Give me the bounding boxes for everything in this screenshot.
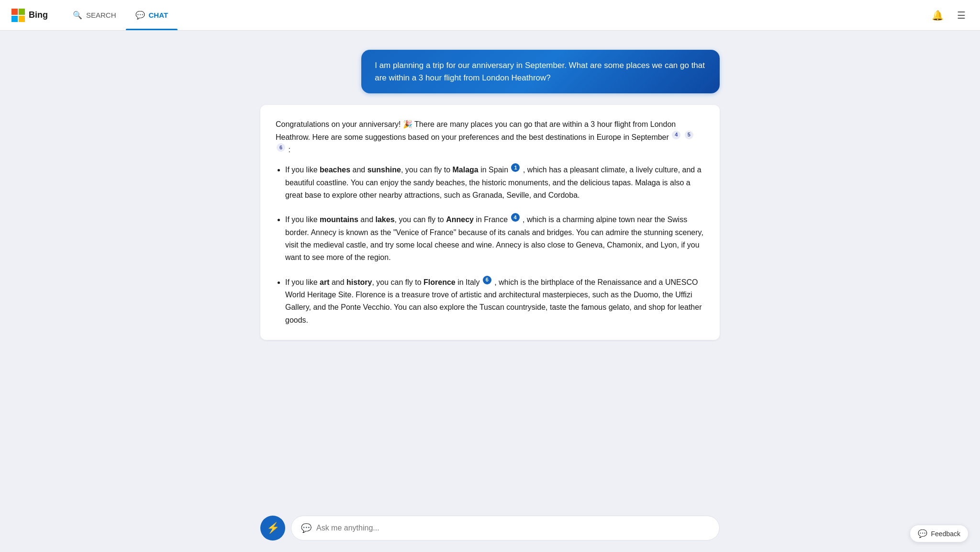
tab-search[interactable]: 🔍 SEARCH [63, 0, 126, 30]
citation-badge-6b[interactable]: 6 [483, 276, 491, 284]
input-bar: ⚡ 💬 [260, 516, 720, 541]
item-3-bold-art: art [320, 278, 329, 286]
bing-sparkle-icon: ⚡ [267, 522, 279, 534]
item-2-bold-mountains: mountains [320, 215, 358, 224]
citation-badge-1[interactable]: 1 [511, 163, 520, 172]
item-2-intro: If you like [285, 215, 320, 224]
microsoft-logo-icon [11, 9, 25, 22]
destination-list: If you like beaches and sunshine, you ca… [276, 163, 704, 327]
bell-icon: 🔔 [932, 10, 944, 21]
list-item: If you like beaches and sunshine, you ca… [285, 163, 704, 202]
item-2-and1: and [358, 215, 376, 224]
notifications-button[interactable]: 🔔 [929, 7, 947, 24]
feedback-label: Feedback [931, 530, 960, 538]
item-1-fly: , you can fly to [401, 166, 453, 174]
tab-chat[interactable]: 💬 CHAT [126, 0, 178, 30]
chat-input-icon: 💬 [301, 523, 312, 533]
input-bar-wrapper: ⚡ 💬 [0, 508, 980, 552]
item-1-spain: in Spain [479, 166, 511, 174]
item-3-intro: If you like [285, 278, 320, 286]
citation-badge-6[interactable]: 6 [277, 143, 285, 152]
bing-logo-text: Bing [29, 10, 48, 20]
chat-tab-icon: 💬 [135, 11, 145, 20]
ai-intro-colon: : [288, 146, 290, 154]
logo-area[interactable]: Bing [11, 9, 48, 22]
chat-tab-label: CHAT [149, 11, 168, 19]
citation-badge-4[interactable]: 4 [672, 131, 680, 139]
item-3-bold-florence: Florence [423, 278, 456, 286]
hamburger-icon: ☰ [957, 10, 966, 21]
item-2-bold-lakes: lakes [376, 215, 395, 224]
header-right: 🔔 ☰ [929, 7, 969, 24]
item-1-intro: If you like [285, 166, 320, 174]
app-header: Bing 🔍 SEARCH 💬 CHAT 🔔 ☰ [0, 0, 980, 31]
search-tab-icon: 🔍 [73, 11, 82, 20]
user-message-text: I am planning a trip for our anniversary… [375, 61, 705, 82]
search-tab-label: SEARCH [86, 11, 116, 19]
item-1-and1: and [350, 166, 368, 174]
input-field-wrap[interactable]: 💬 [291, 516, 720, 541]
nav-tabs: 🔍 SEARCH 💬 CHAT [63, 0, 178, 30]
list-item: If you like art and history, you can fly… [285, 276, 704, 327]
item-3-and1: and [329, 278, 346, 286]
menu-button[interactable]: ☰ [954, 7, 969, 24]
feedback-icon: 💬 [918, 529, 927, 538]
svg-rect-0 [11, 9, 18, 15]
citation-badge-5[interactable]: 5 [685, 131, 693, 139]
svg-rect-3 [19, 16, 25, 22]
chat-container: I am planning a trip for our anniversary… [260, 50, 720, 340]
item-3-bold-history: history [346, 278, 372, 286]
item-2-france: in France [474, 215, 510, 224]
svg-rect-2 [11, 16, 18, 22]
ai-intro-paragraph: Congratulations on your anniversary! 🎉 T… [276, 118, 704, 156]
list-item: If you like mountains and lakes, you can… [285, 213, 704, 264]
chat-input[interactable] [316, 524, 710, 532]
item-1-bold-sunshine: sunshine [368, 166, 401, 174]
main-content: I am planning a trip for our anniversary… [0, 31, 980, 508]
item-1-bold-beaches: beaches [320, 166, 350, 174]
item-2-fly: , you can fly to [395, 215, 446, 224]
ai-response: Congratulations on your anniversary! 🎉 T… [260, 105, 720, 340]
user-message: I am planning a trip for our anniversary… [361, 50, 720, 93]
ai-intro-text: Congratulations on your anniversary! 🎉 T… [276, 120, 676, 141]
feedback-button[interactable]: 💬 Feedback [910, 525, 969, 542]
bing-chat-button[interactable]: ⚡ [260, 516, 285, 541]
citation-badge-4b[interactable]: 4 [511, 213, 520, 222]
item-3-italy: in Italy [456, 278, 482, 286]
svg-rect-1 [19, 9, 25, 15]
item-3-fly: , you can fly to [372, 278, 423, 286]
item-1-bold-malaga: Malaga [453, 166, 479, 174]
item-2-bold-annecy: Annecy [446, 215, 474, 224]
